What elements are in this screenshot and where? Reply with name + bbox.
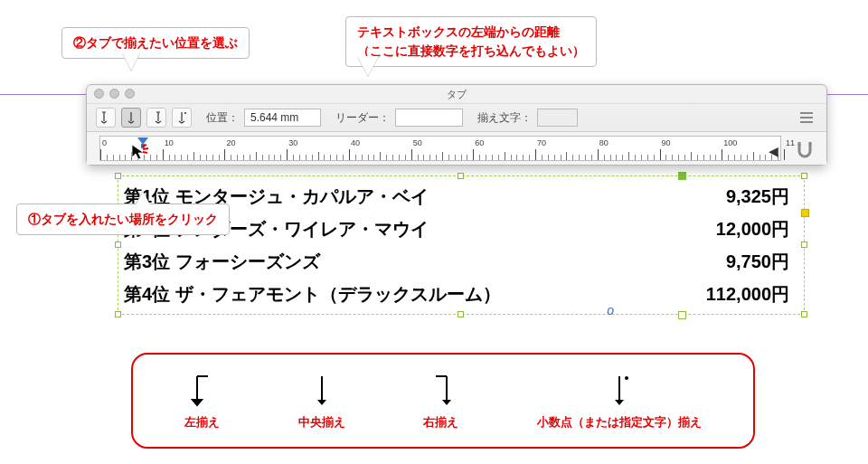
frame-handle[interactable] (801, 311, 807, 317)
legend-label: 右揃え (423, 414, 458, 431)
frame-handle[interactable] (115, 241, 121, 248)
price: 12,000円 (716, 213, 797, 245)
leader-input[interactable] (395, 109, 463, 127)
callout-3-tail (357, 56, 379, 76)
minimize-button[interactable] (109, 89, 119, 99)
frame-in-port[interactable] (678, 172, 686, 180)
rank-name: 第4位 ザ・フェアモント（デラックスルーム） (124, 278, 501, 310)
list-item: 第3位 フォーシーズンズ 9,750円 (124, 245, 797, 278)
svg-point-0 (184, 112, 186, 114)
frame-handle[interactable] (801, 173, 807, 179)
price: 9,750円 (726, 245, 797, 278)
panel-title-text: タブ (447, 89, 467, 99)
ruler-end-marker: ◀ (769, 144, 778, 158)
tabs-panel-window[interactable]: タブ 位置： リーダー： 揃え文字： 010203040506070809010… (86, 84, 827, 166)
align-char-input[interactable] (537, 109, 578, 127)
frame-handle[interactable] (801, 241, 807, 248)
close-button[interactable] (94, 89, 104, 99)
svg-rect-2 (141, 144, 145, 148)
legend-center-align: 中央揃え (298, 373, 345, 431)
frame-handle[interactable] (458, 173, 464, 179)
align-char-label: 揃え文字： (477, 110, 532, 126)
svg-point-6 (625, 376, 628, 380)
snap-magnet-button[interactable] (796, 141, 814, 159)
window-traffic-lights[interactable] (94, 89, 135, 99)
frame-handle[interactable] (458, 311, 464, 317)
zoom-button[interactable] (125, 89, 135, 99)
callout-3-line1: テキストボックスの左端からの距離 (357, 24, 560, 39)
legend-label: 左揃え (184, 414, 220, 431)
panel-toolbar: 位置： リーダー： 揃え文字： (87, 103, 826, 132)
legend-decimal-align: 小数点（または指定文字）揃え (537, 373, 702, 431)
callout-3-line2: （ここに直接数字を打ち込んでもよい） (357, 43, 585, 58)
svg-marker-1 (137, 137, 148, 145)
frame-out-port-bottom[interactable] (678, 311, 686, 319)
frame-handle[interactable] (115, 311, 121, 317)
frame-out-port[interactable] (801, 209, 809, 217)
right-tab-icon (429, 373, 454, 409)
position-input[interactable] (244, 109, 321, 127)
legend-left-align: 左揃え (184, 373, 220, 431)
ruler-area[interactable]: 010203040506070809010011 ◀ (87, 132, 826, 165)
left-tab-icon (190, 373, 215, 409)
panel-flyout-menu-button[interactable] (796, 107, 817, 128)
right-tab-button[interactable] (146, 108, 166, 128)
list-item: 第4位 ザ・フェアモント（デラックスルーム） 112,000円 (124, 278, 797, 310)
legend-label: 中央揃え (298, 414, 345, 431)
callout-position-field: テキストボックスの左端からの距離 （ここに直接数字を打ち込んでもよい） (345, 16, 597, 67)
legend-right-align: 右揃え (423, 373, 458, 431)
center-tab-icon (309, 373, 335, 409)
tab-alignment-legend: 左揃え 中央揃え 右揃え 小数点（または指定文字）揃え (131, 353, 755, 449)
indent-marker[interactable] (137, 137, 149, 153)
center-tab-button[interactable] (121, 108, 141, 128)
callout-step-2: ②タブで揃えたい位置を選ぶ (61, 27, 250, 59)
callout-2-text: ②タブで揃えたい位置を選ぶ (73, 35, 238, 50)
left-tab-button[interactable] (96, 108, 116, 128)
callout-1-tail (136, 192, 150, 205)
text-frame[interactable]: o 第1位 モンタージュ・カパルア・ベイ 9,325円 第2位 アンダーズ・ワイ… (118, 175, 805, 315)
rank-name: 第3位 フォーシーズンズ (124, 245, 320, 278)
ruler-ticks: 010203040506070809010011 (100, 137, 780, 160)
callout-1-text: ①タブを入れたい場所をクリック (28, 212, 218, 226)
panel-titlebar[interactable]: タブ (87, 85, 826, 103)
svg-rect-3 (798, 142, 801, 146)
leader-label: リーダー： (335, 110, 390, 126)
decimal-tab-icon (607, 373, 632, 409)
frame-handle[interactable] (115, 173, 121, 179)
position-label: 位置： (206, 110, 239, 126)
tab-ruler[interactable]: 010203040506070809010011 ◀ (99, 136, 781, 161)
frame-origin-glyph: o (607, 303, 614, 317)
price: 9,325円 (726, 180, 797, 213)
price: 112,000円 (706, 278, 797, 310)
callout-step-1: ①タブを入れたい場所をクリック (16, 204, 230, 235)
legend-label: 小数点（または指定文字）揃え (537, 414, 702, 431)
callout-2-tail (122, 52, 140, 71)
decimal-tab-button[interactable] (172, 108, 192, 128)
svg-rect-4 (809, 142, 812, 146)
